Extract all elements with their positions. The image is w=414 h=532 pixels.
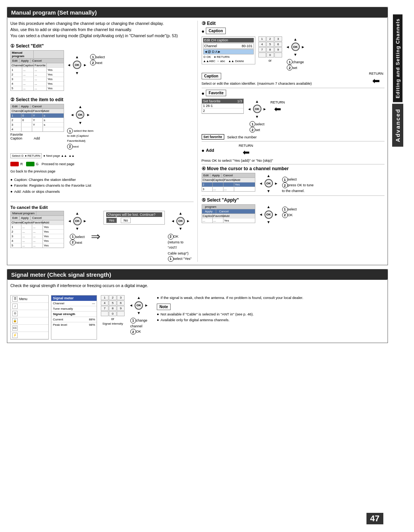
cancel-left-icon[interactable]: ◄ <box>67 218 72 224</box>
left-arrow2-icon[interactable]: ◄ <box>69 112 75 117</box>
intro-text: Use this procedure when changing the cha… <box>10 21 194 39</box>
c2-left-icon[interactable]: ◄ <box>170 218 176 224</box>
ok-button[interactable]: OK <box>73 61 81 69</box>
cancel-table: Manual program Edit Apply Cancel Channel… <box>10 211 64 248</box>
changes-box: Changes will be lost. Continue? Yes No <box>104 211 165 225</box>
skey-8[interactable]: 8 <box>109 306 117 311</box>
sig-down-icon[interactable]: ▼ <box>136 310 141 316</box>
fav-up-icon[interactable]: ▲ <box>255 99 260 104</box>
signal-instructions: 1change channel 2OK <box>130 318 148 335</box>
cancel-down-icon[interactable]: ▼ <box>75 226 80 232</box>
fav-return: RETURN ⬅ <box>271 100 285 114</box>
right-arrow2-icon[interactable]: ► <box>85 112 91 117</box>
step2-controls: ▲ ◄ OK ► ▼ 1 select the item <box>67 104 94 149</box>
sig-right-icon[interactable]: ► <box>144 303 149 308</box>
skey-9[interactable]: 9 <box>117 306 125 311</box>
key-6[interactable]: 6 <box>274 42 282 47</box>
skey-3[interactable]: 3 <box>117 295 125 300</box>
skey-5[interactable]: 5 <box>109 300 117 305</box>
cap-down-icon[interactable]: ▼ <box>293 52 298 57</box>
sig-bullet-dot: ● <box>157 295 159 300</box>
up-arrow-icon[interactable]: ▲ <box>74 54 80 59</box>
ok-row: ◄ OK ► <box>66 61 88 69</box>
step1-instructions: 1select 2next <box>90 54 105 66</box>
fav-return-btn[interactable]: RETURN ⬅ <box>271 100 285 114</box>
caption-label-box: Caption <box>206 28 225 34</box>
advanced-label: Advanced <box>392 104 403 147</box>
key-5[interactable]: 5 <box>266 42 274 47</box>
sig-up-icon[interactable]: ▲ <box>136 295 141 300</box>
c2-down-icon[interactable]: ▼ <box>178 226 183 232</box>
caption-abc-btns: ▲▲ABC → abc ▲▲ Delete <box>203 59 254 63</box>
cancel-ok-button[interactable]: OK <box>73 217 82 225</box>
c2-up-icon[interactable]: ▲ <box>178 211 183 216</box>
s4-right-icon[interactable]: ► <box>274 181 279 186</box>
cap-right-icon[interactable]: ► <box>301 44 306 49</box>
changes-box-wrapper: Changes will be lost. Continue? Yes No <box>104 211 165 225</box>
s5-up-icon[interactable]: ▲ <box>266 204 271 210</box>
fav-right-icon[interactable]: ► <box>262 106 268 112</box>
return-button[interactable]: RETURN ⬅ <box>369 72 384 86</box>
step2-row3: 3 Y s <box>11 123 64 127</box>
ok-button2[interactable]: OK <box>76 110 84 119</box>
sig-left-icon[interactable]: ◄ <box>128 303 134 308</box>
key-3[interactable]: 3 <box>274 36 282 41</box>
fav-left-icon[interactable]: ◄ <box>247 106 252 112</box>
add-bullet-text: Add: Adds or skips channels <box>14 189 60 194</box>
green-button[interactable] <box>26 162 34 166</box>
cap-left-icon[interactable]: ◄ <box>285 44 291 49</box>
cap-ok-button[interactable]: OK <box>291 43 300 51</box>
up-arrow2-icon[interactable]: ▲ <box>77 104 83 109</box>
cancel-up-icon[interactable]: ▲ <box>75 211 80 216</box>
skey-7[interactable]: 7 <box>101 306 108 311</box>
c2-ok-button[interactable]: OK <box>176 217 185 225</box>
cancel-right-icon[interactable]: ► <box>82 218 88 224</box>
add-return-btn[interactable]: RETURN ⬅ <box>239 144 253 158</box>
s5-right-icon[interactable]: ► <box>274 212 279 217</box>
down-arrow2-icon[interactable]: ▼ <box>77 120 83 125</box>
s4-up-icon[interactable]: ▲ <box>266 173 271 178</box>
red-button[interactable] <box>10 162 19 166</box>
skey-6[interactable]: 6 <box>117 300 125 305</box>
fav-down-icon[interactable]: ▼ <box>255 114 260 119</box>
key-0[interactable]: 0 <box>266 53 274 57</box>
s5-ok-button[interactable]: OK <box>264 210 273 219</box>
down-arrow-icon[interactable]: ▼ <box>74 70 80 76</box>
c2-right-icon[interactable]: ► <box>186 218 191 224</box>
changes-options-row: Yes No <box>106 218 162 223</box>
fav-ok-button[interactable]: OK <box>253 105 261 113</box>
s4-left-icon[interactable]: ◄ <box>258 181 264 186</box>
key-2[interactable]: 2 <box>266 36 274 41</box>
step2-inner: Edit Apply Cancel Channel Caption Favori… <box>10 104 94 149</box>
step5-controls: ▲ ◄ OK ► ▼ <box>258 204 279 225</box>
fav-row1: 1 26-1 <box>202 103 243 108</box>
left-arrow-icon[interactable]: ◄ <box>66 62 72 67</box>
cap-up-icon[interactable]: ▲ <box>293 36 298 42</box>
bullet-dot3: ● <box>10 189 13 194</box>
no-option[interactable]: No <box>121 218 131 223</box>
proceed-label: Proceed to next page <box>42 162 75 166</box>
key-7[interactable]: 7 <box>258 47 266 52</box>
signal-keypad-area: 1 2 3 4 5 6 7 8 9 0 or Signal inten <box>101 295 125 340</box>
manual-program-header: Manual program (Set manually) <box>7 7 388 18</box>
skey-2[interactable]: 2 <box>109 295 117 300</box>
yes-option[interactable]: Yes <box>106 218 117 223</box>
right-arrow-icon[interactable]: ► <box>82 62 88 67</box>
sig-ok-button[interactable]: OK <box>135 301 143 310</box>
key-4[interactable]: 4 <box>258 42 266 47</box>
s4-down-icon[interactable]: ▼ <box>266 188 271 194</box>
key-1[interactable]: 1 <box>258 36 266 41</box>
header-manual: Manual program <box>11 51 34 58</box>
skey-4[interactable]: 4 <box>101 300 108 305</box>
s5-down-icon[interactable]: ▼ <box>266 220 271 225</box>
s5-left-icon[interactable]: ◄ <box>258 212 264 217</box>
menu-icon: ☰ <box>12 296 18 302</box>
key-9[interactable]: 9 <box>274 47 282 52</box>
right-column: ③ Edit ● Caption <box>197 21 385 262</box>
key-8[interactable]: 8 <box>266 47 274 52</box>
skey-0[interactable]: 0 <box>109 311 117 316</box>
signal-right-bullets: ● If the signal is weak, check the anten… <box>153 295 384 340</box>
skey-1[interactable]: 1 <box>101 295 108 300</box>
s4-ok-button[interactable]: OK <box>264 179 273 187</box>
next-page-label: ● Next page ▲▲ <box>43 154 67 158</box>
